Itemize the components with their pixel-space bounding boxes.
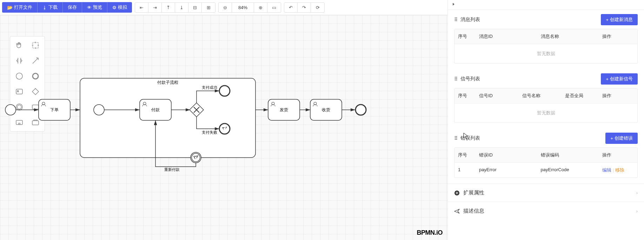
bpmn-diagram: 下单 付款子流程 付款 支付成功 bbox=[0, 15, 447, 240]
eye-icon: 👁 bbox=[87, 5, 92, 10]
label-success: 支付成功 bbox=[202, 85, 217, 89]
undo-button[interactable]: ↶ bbox=[284, 3, 298, 12]
align-bottom-button[interactable]: ⤓ bbox=[175, 3, 188, 12]
extension-properties-label: 扩展属性 bbox=[463, 189, 484, 196]
task-ship-label: 发货 bbox=[280, 107, 288, 112]
start-event[interactable] bbox=[5, 105, 16, 115]
zoom-in-button[interactable]: ⊕ bbox=[254, 3, 267, 12]
col-message-id: 消息ID bbox=[476, 29, 537, 44]
grip-icon: ⠿ bbox=[454, 135, 458, 141]
add-message-button[interactable]: +创建新消息 bbox=[601, 14, 638, 25]
download-label: 下载 bbox=[48, 4, 58, 11]
plus-icon: + bbox=[606, 76, 609, 82]
download-icon: ⭳ bbox=[42, 5, 47, 10]
signals-table: 序号 信号ID 信号名称 是否全局 操作 暂无数据 bbox=[454, 88, 638, 123]
preview-button[interactable]: 👁预览 bbox=[82, 2, 107, 13]
signals-empty: 暂无数据 bbox=[454, 103, 637, 122]
properties-panel: ⠿消息列表 +创建新消息 序号 消息ID 消息名称 操作 暂无数据 ⠿信号列表 … bbox=[447, 0, 644, 240]
col-op: 操作 bbox=[599, 148, 637, 162]
gear-icon: ⚙ bbox=[112, 5, 117, 10]
col-message-name: 消息名称 bbox=[537, 29, 599, 44]
description-accordion[interactable]: 描述信息 › bbox=[448, 202, 644, 220]
task-order-label: 下单 bbox=[50, 107, 59, 112]
error-row-id: payError bbox=[476, 163, 537, 178]
simulate-label: 模拟 bbox=[118, 4, 127, 11]
boundary-error-event[interactable] bbox=[191, 152, 201, 163]
add-error-label: 创建错误 bbox=[615, 135, 633, 141]
add-message-label: 创建新消息 bbox=[610, 16, 633, 23]
history-group: ↶ ↷ ⟳ bbox=[284, 2, 325, 13]
save-button[interactable]: 保存 bbox=[63, 2, 82, 13]
align-right-button[interactable]: ⇥ bbox=[148, 3, 162, 12]
bpmn-logo: BPMN.iO bbox=[417, 229, 443, 236]
open-file-button[interactable]: 📂打开文件 bbox=[2, 2, 38, 13]
task-receive-label: 收货 bbox=[322, 107, 330, 112]
align-center-v-button[interactable]: ⊞ bbox=[202, 3, 215, 12]
diagram-canvas[interactable]: 下单 付款子流程 付款 支付成功 bbox=[0, 15, 447, 240]
task-pay-label: 付款 bbox=[151, 107, 160, 112]
send-icon bbox=[454, 208, 460, 214]
folder-icon: 📂 bbox=[7, 5, 13, 10]
signals-section: ⠿信号列表 +创建新信号 序号 信号ID 信号名称 是否全局 操作 暂无数据 bbox=[448, 69, 644, 128]
col-error-id: 错误ID bbox=[476, 148, 537, 162]
align-group: ⇤ ⇥ ⤒ ⤓ ⊟ ⊞ bbox=[135, 2, 215, 13]
plus-icon: + bbox=[610, 136, 613, 141]
error-row: 1 payError payErrorCode 编辑|移除 bbox=[454, 162, 637, 178]
grip-icon: ⠿ bbox=[454, 76, 458, 82]
edit-error-link[interactable]: 编辑 bbox=[602, 167, 611, 173]
chevron-right-icon: › bbox=[636, 208, 638, 214]
preview-label: 预览 bbox=[93, 4, 102, 11]
panel-collapse-button[interactable] bbox=[448, 0, 644, 10]
file-actions-group: 📂打开文件 ⭳下载 保存 👁预览 ⚙模拟 bbox=[2, 2, 132, 13]
align-left-button[interactable]: ⇤ bbox=[135, 3, 148, 12]
align-center-h-button[interactable]: ⊟ bbox=[188, 3, 202, 12]
messages-section: ⠿消息列表 +创建新消息 序号 消息ID 消息名称 操作 暂无数据 bbox=[448, 10, 644, 69]
error-row-ops: 编辑|移除 bbox=[599, 163, 637, 178]
zoom-fit-button[interactable]: ▭ bbox=[267, 3, 281, 12]
signals-title: 信号列表 bbox=[460, 76, 480, 82]
end-event-fail[interactable] bbox=[219, 124, 230, 134]
top-toolbar: 📂打开文件 ⭳下载 保存 👁预览 ⚙模拟 ⇤ ⇥ ⤒ ⤓ ⊟ ⊞ ⊖ 84% ⊕… bbox=[0, 0, 447, 15]
download-button[interactable]: ⭳下载 bbox=[38, 2, 63, 13]
chevron-right-icon: › bbox=[636, 190, 638, 195]
description-label: 描述信息 bbox=[463, 208, 484, 214]
save-label: 保存 bbox=[68, 4, 77, 11]
zoom-percent: 84% bbox=[232, 3, 254, 12]
errors-title: 错误列表 bbox=[460, 135, 480, 141]
messages-empty: 暂无数据 bbox=[454, 44, 637, 63]
redo-button[interactable]: ↷ bbox=[298, 3, 311, 12]
refresh-button[interactable]: ⟳ bbox=[311, 3, 324, 12]
messages-title: 消息列表 bbox=[460, 16, 480, 23]
col-error-code: 错误编码 bbox=[537, 148, 599, 162]
end-event-success[interactable] bbox=[219, 86, 230, 96]
col-op: 操作 bbox=[599, 29, 637, 44]
error-row-code: payErrorCode bbox=[537, 163, 599, 178]
end-event[interactable] bbox=[356, 105, 366, 115]
col-signal-id: 信号ID bbox=[476, 88, 519, 103]
add-error-button[interactable]: +创建错误 bbox=[605, 133, 638, 144]
plus-circle-icon bbox=[454, 190, 460, 196]
col-idx: 序号 bbox=[454, 29, 476, 44]
col-global: 是否全局 bbox=[562, 88, 599, 103]
col-op: 操作 bbox=[599, 88, 637, 103]
open-file-label: 打开文件 bbox=[14, 4, 32, 11]
messages-table: 序号 消息ID 消息名称 操作 暂无数据 bbox=[454, 29, 638, 64]
label-retry: 重新付款 bbox=[164, 167, 180, 172]
simulate-button[interactable]: ⚙模拟 bbox=[107, 2, 132, 13]
zoom-group: ⊖ 84% ⊕ ▭ bbox=[218, 2, 281, 13]
align-top-button[interactable]: ⤒ bbox=[162, 3, 175, 12]
extension-properties-accordion[interactable]: 扩展属性 › bbox=[448, 184, 644, 202]
label-fail: 支付失败 bbox=[202, 130, 217, 134]
col-idx: 序号 bbox=[454, 88, 476, 103]
add-signal-button[interactable]: +创建新信号 bbox=[601, 73, 638, 85]
add-signal-label: 创建新信号 bbox=[610, 76, 633, 82]
error-row-idx: 1 bbox=[454, 163, 476, 178]
remove-error-link[interactable]: 移除 bbox=[615, 167, 624, 173]
errors-section: ⠿错误列表 +创建错误 序号 错误ID 错误编码 操作 1 payError p… bbox=[448, 128, 644, 184]
col-signal-name: 信号名称 bbox=[519, 88, 562, 103]
subprocess-title: 付款子流程 bbox=[157, 80, 178, 85]
inner-start-event[interactable] bbox=[94, 105, 104, 115]
zoom-out-button[interactable]: ⊖ bbox=[219, 3, 232, 12]
errors-table: 序号 错误ID 错误编码 操作 1 payError payErrorCode … bbox=[454, 147, 638, 178]
grip-icon: ⠿ bbox=[454, 17, 458, 22]
